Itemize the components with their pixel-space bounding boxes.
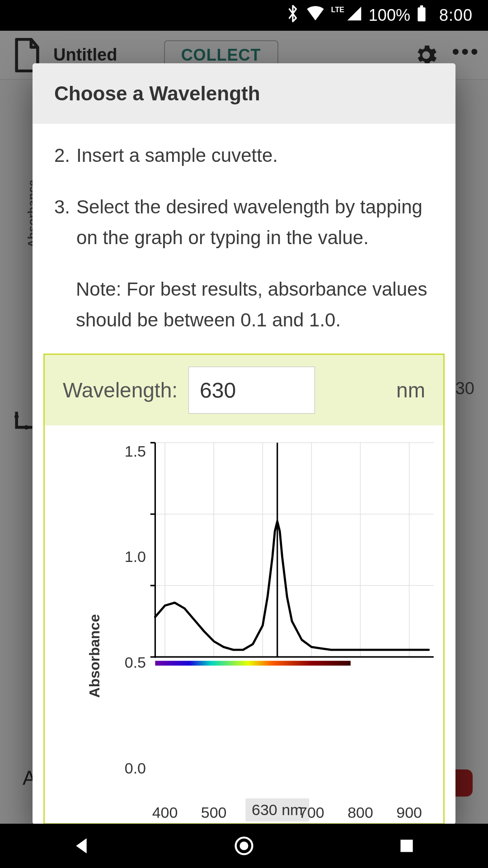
step-3-number: 3. bbox=[54, 192, 70, 253]
back-button[interactable] bbox=[54, 832, 108, 859]
spectrum-chart[interactable]: Absorbance 0.00.51.01.5400500630 nm70080… bbox=[45, 425, 443, 823]
chart-y-tick: 0.0 bbox=[125, 759, 146, 777]
note-text: Note: For best results, absorbance value… bbox=[76, 274, 434, 335]
svg-rect-24 bbox=[400, 840, 413, 852]
step-2-number: 2. bbox=[54, 140, 70, 171]
battery-percentage: 100% bbox=[369, 6, 410, 25]
status-bar: LTE 100% 8:00 bbox=[0, 0, 488, 31]
svg-rect-0 bbox=[418, 7, 425, 21]
chart-y-tick: 1.5 bbox=[125, 442, 146, 460]
wavelength-dialog: Choose a Wavelength 2. Insert a sample c… bbox=[33, 63, 455, 825]
step-3: 3. Select the desired wavelength by tapp… bbox=[54, 192, 434, 253]
home-button[interactable] bbox=[217, 832, 271, 859]
step-2: 2. Insert a sample cuvette. bbox=[54, 140, 434, 171]
svg-rect-20 bbox=[155, 661, 351, 666]
svg-rect-1 bbox=[420, 5, 423, 7]
wavelength-input[interactable] bbox=[188, 367, 315, 414]
wavelength-panel: Wavelength: nm Absorbance 0.00.51.01.540… bbox=[43, 354, 445, 825]
wifi-icon bbox=[306, 6, 325, 25]
chart-x-tick: 400 bbox=[152, 804, 178, 821]
wavelength-input-row: Wavelength: nm bbox=[45, 355, 443, 425]
wavelength-unit: nm bbox=[396, 378, 425, 402]
dialog-title: Choose a Wavelength bbox=[33, 63, 455, 124]
battery-icon bbox=[417, 5, 427, 26]
cellular-icon bbox=[346, 6, 362, 25]
chart-y-tick: 0.5 bbox=[125, 653, 146, 671]
step-2-text: Insert a sample cuvette. bbox=[76, 140, 278, 171]
chart-x-tick: 800 bbox=[347, 804, 373, 821]
dialog-body: 2. Insert a sample cuvette. 3. Select th… bbox=[33, 124, 455, 354]
svg-point-23 bbox=[239, 841, 248, 850]
chart-y-tick: 1.0 bbox=[125, 548, 146, 566]
clock: 8:00 bbox=[439, 6, 473, 25]
lte-label: LTE bbox=[331, 6, 344, 14]
navigation-bar bbox=[0, 824, 488, 868]
chart-x-tick: 900 bbox=[396, 804, 422, 821]
chart-x-tick: 700 bbox=[299, 804, 324, 821]
bluetooth-icon bbox=[286, 4, 300, 27]
recent-apps-button[interactable] bbox=[380, 832, 434, 859]
wavelength-label: Wavelength: bbox=[63, 378, 178, 402]
step-3-text: Select the desired wavelength by tapping… bbox=[76, 192, 434, 253]
chart-x-tick: 500 bbox=[201, 804, 227, 821]
